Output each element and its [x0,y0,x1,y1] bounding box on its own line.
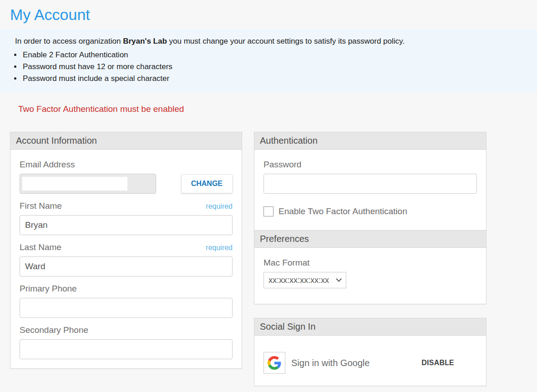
account-information-column: Account Information Email Address CHANGE… [10,132,242,369]
primary-phone-label: Primary Phone [20,284,77,294]
org-name: Bryan's Lab [123,37,167,45]
last-name-field[interactable] [20,256,233,276]
password-field[interactable] [263,174,477,194]
password-label: Password [263,160,301,170]
mac-format-select-wrapper: xx:xx:xx:xx:xx:xx [263,272,346,288]
google-sign-in-label: Sign in with Google [291,358,370,368]
authentication-panel: Authentication Password Enable Two Facto… [254,132,486,304]
account-information-panel: Account Information Email Address CHANGE… [10,132,242,369]
two-factor-label: Enable Two Factor Authentication [279,206,407,216]
policy-intro-suffix: you must change your account settings to… [167,37,405,45]
email-address-label: Email Address [20,160,75,170]
change-email-button[interactable]: CHANGE [181,174,233,193]
last-name-label: Last Name [20,242,61,252]
mac-format-select[interactable]: xx:xx:xx:xx:xx:xx [263,272,346,288]
preferences-body: Mac Format xx:xx:xx:xx:xx:xx [254,248,486,304]
social-sign-in-header: Social Sign In [254,318,486,336]
policy-requirement: Password must have 12 or more characters [22,61,528,73]
preferences-header: Preferences [254,230,486,248]
account-information-body: Email Address CHANGE First Name required… [10,150,242,368]
page-title: My Account [0,0,537,29]
first-name-field[interactable] [20,215,233,235]
disable-google-button[interactable]: DISABLE [420,357,455,369]
account-information-header: Account Information [10,132,242,150]
email-field-wrapper [20,174,156,194]
policy-intro-prefix: In order to access organization [15,37,123,45]
settings-column: Authentication Password Enable Two Facto… [254,132,486,386]
email-row: CHANGE [20,174,233,194]
policy-requirement: Enable 2 Factor Authentication [22,49,528,61]
secondary-phone-label: Secondary Phone [20,325,88,335]
secondary-phone-field[interactable] [20,339,233,359]
policy-intro-text: In order to access organization Bryan's … [15,35,528,47]
email-redaction-overlay [22,177,127,191]
main-content: Account Information Email Address CHANGE… [10,132,537,386]
password-policy-banner: In order to access organization Bryan's … [0,29,537,93]
two-factor-error-message: Two Factor Authentication must be enable… [18,104,537,115]
primary-phone-field[interactable] [20,298,233,318]
two-factor-checkbox[interactable] [263,206,274,216]
mac-format-label: Mac Format [263,258,309,268]
first-name-required-flag: required [206,202,233,211]
google-g-icon [263,352,285,374]
first-name-label: First Name [20,201,62,211]
policy-requirements-list: Enable 2 Factor Authentication Password … [9,49,528,85]
google-sign-in-row: Sign in with Google DISABLE [254,336,486,386]
authentication-body: Password Enable Two Factor Authenticatio… [254,150,486,230]
last-name-required-flag: required [206,244,233,252]
authentication-header: Authentication [254,132,486,150]
policy-requirement: Password must include a special characte… [22,73,528,85]
two-factor-row: Enable Two Factor Authentication [263,206,477,216]
social-sign-in-panel: Social Sign In Sign in with Google DISAB… [254,318,486,386]
